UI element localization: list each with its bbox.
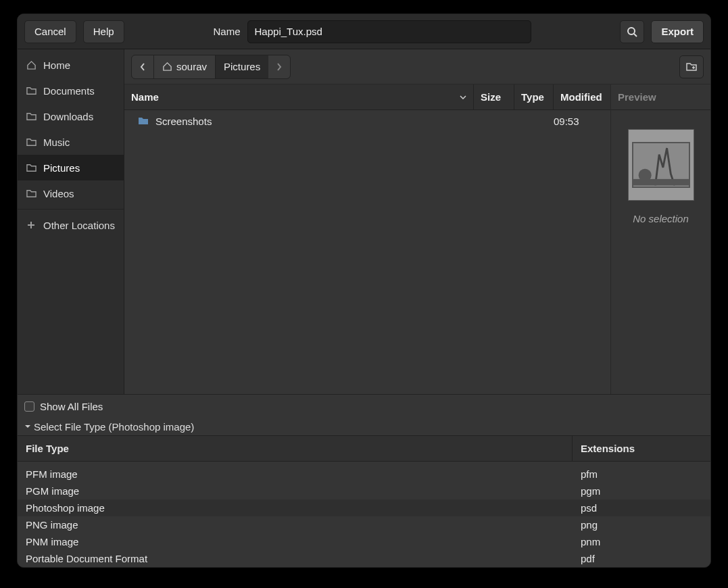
path-back-button[interactable] — [132, 55, 154, 78]
options-panel: Show All Files Select File Type (Photosh… — [18, 394, 710, 567]
filetype-row[interactable]: PFM imagepfm — [18, 466, 710, 483]
sidebar-item-label: Downloads — [43, 111, 93, 122]
svg-point-0 — [628, 28, 635, 34]
folder-icon — [26, 188, 37, 199]
file-type-table: File Type Extensions PFM imagepfmPGM ima… — [18, 435, 710, 567]
filetype-ext: pfm — [573, 468, 710, 480]
sidebar-item-label: Other Locations — [43, 220, 115, 231]
home-icon — [162, 62, 172, 72]
filetype-name: PGM image — [18, 485, 573, 497]
filetype-row[interactable]: PGM imagepgm — [18, 483, 710, 499]
filetype-row[interactable]: PNG imagepng — [18, 516, 710, 533]
sidebar-item-label: Home — [43, 59, 70, 71]
export-dialog: Cancel Help Name Export HomeDocumentsDow… — [17, 14, 711, 568]
sidebar-item-label: Videos — [43, 188, 74, 199]
path-segment-sourav[interactable]: sourav — [154, 55, 216, 78]
chevron-right-icon — [276, 63, 282, 71]
places-sidebar: HomeDocumentsDownloadsMusicPicturesVideo… — [18, 49, 124, 394]
filetype-row[interactable]: Portable Document Formatpdf — [18, 550, 710, 567]
column-size[interactable]: Size — [474, 84, 514, 109]
home-icon — [26, 59, 37, 70]
filetype-column-ext[interactable]: Extensions — [573, 436, 710, 461]
header-bar: Cancel Help Name Export — [18, 14, 710, 49]
sidebar-item-other-locations[interactable]: Other Locations — [18, 212, 124, 238]
folder-icon — [26, 137, 37, 147]
filetype-row[interactable]: Photoshop imagepsd — [18, 499, 710, 516]
show-all-files-label: Show All Files — [40, 401, 103, 412]
filetype-name: Portable Document Format — [18, 553, 573, 564]
sidebar-item-label: Documents — [43, 85, 95, 97]
new-folder-icon — [686, 62, 697, 72]
folder-icon — [138, 116, 149, 126]
file-modified: 09:53 — [547, 116, 604, 127]
filetype-name: PFM image — [18, 468, 573, 480]
filename-input[interactable] — [247, 20, 531, 43]
file-browser: souravPictures Name — [124, 49, 710, 394]
sidebar-item-downloads[interactable]: Downloads — [18, 103, 124, 129]
export-button[interactable]: Export — [651, 20, 704, 43]
sort-down-icon — [460, 95, 466, 99]
plus-icon — [26, 220, 37, 230]
column-headers: Name Size Type Modified — [124, 84, 610, 110]
filetype-ext: pnm — [573, 536, 710, 547]
chevron-left-icon — [140, 63, 145, 71]
path-forward-button[interactable] — [268, 55, 290, 78]
folder-icon — [26, 85, 37, 96]
column-type-label: Type — [521, 91, 544, 103]
filetype-name: PNG image — [18, 519, 573, 531]
search-icon — [627, 26, 637, 37]
column-name[interactable]: Name — [124, 84, 474, 109]
filetype-ext: pgm — [573, 485, 710, 497]
path-segment-label: sourav — [176, 61, 207, 72]
filetype-row[interactable]: PNM imagepnm — [18, 533, 710, 550]
path-bar: souravPictures — [124, 49, 710, 84]
folder-icon — [26, 162, 37, 173]
column-type[interactable]: Type — [514, 84, 554, 109]
filetype-ext: pdf — [573, 553, 710, 564]
sidebar-item-videos[interactable]: Videos — [18, 180, 124, 206]
file-name: Screenshots — [155, 116, 212, 127]
svg-rect-4 — [633, 179, 689, 186]
filetype-name: Photoshop image — [18, 502, 573, 514]
preview-header: Preview — [611, 84, 710, 110]
sidebar-item-home[interactable]: Home — [18, 52, 124, 78]
file-list[interactable]: Screenshots09:53 — [124, 110, 610, 394]
filetype-name: PNM image — [18, 536, 573, 547]
svg-line-1 — [634, 34, 637, 36]
column-name-label: Name — [131, 91, 159, 103]
folder-icon — [26, 111, 37, 122]
sidebar-item-label: Music — [43, 137, 70, 148]
new-folder-button[interactable] — [679, 55, 704, 78]
sidebar-item-documents[interactable]: Documents — [18, 78, 124, 103]
filetype-ext: png — [573, 519, 710, 531]
cancel-button[interactable]: Cancel — [24, 20, 76, 43]
select-file-type-expander[interactable]: Select File Type (Photoshop image) — [18, 418, 710, 435]
column-modified-label: Modified — [560, 91, 602, 103]
filetype-ext: psd — [573, 502, 710, 514]
column-size-label: Size — [481, 91, 501, 103]
preview-pane: Preview No selection — [610, 84, 710, 394]
sidebar-item-music[interactable]: Music — [18, 129, 124, 155]
image-placeholder-icon — [633, 142, 689, 187]
preview-thumbnail — [628, 129, 694, 201]
name-label: Name — [214, 26, 241, 37]
sidebar-separator — [18, 209, 124, 210]
path-segment-pictures[interactable]: Pictures — [216, 55, 268, 78]
select-file-type-label: Select File Type (Photoshop image) — [34, 421, 194, 433]
file-row[interactable]: Screenshots09:53 — [124, 110, 610, 132]
column-modified[interactable]: Modified — [554, 84, 610, 109]
sidebar-item-pictures[interactable]: Pictures — [18, 155, 124, 180]
show-all-files-checkbox[interactable] — [24, 401, 34, 412]
path-segment-label: Pictures — [224, 61, 260, 72]
help-button[interactable]: Help — [83, 20, 124, 43]
preview-no-selection: No selection — [633, 213, 689, 224]
filetype-column-type[interactable]: File Type — [18, 436, 573, 461]
sidebar-item-label: Pictures — [43, 162, 80, 174]
expander-down-icon — [24, 424, 31, 429]
search-button[interactable] — [620, 20, 644, 43]
